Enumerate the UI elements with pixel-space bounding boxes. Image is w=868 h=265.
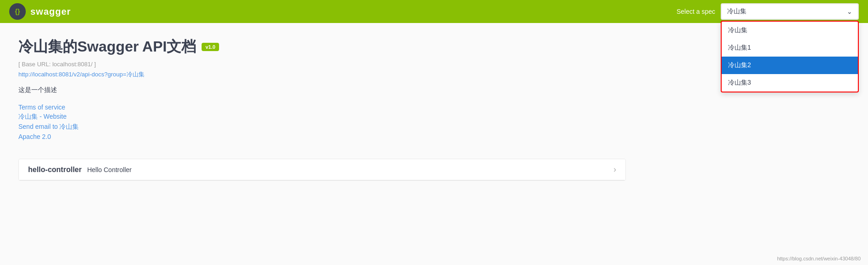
spec-selector-area: Select a spec 冷山集 ⌄ 冷山集 冷山集1 冷山集2 冷山集3 — [677, 3, 859, 20]
controller-description: Hello Controller — [87, 166, 131, 173]
app-name: swagger — [30, 6, 71, 17]
spec-option-1[interactable]: 冷山集1 — [722, 39, 858, 57]
controller-header[interactable]: hello-controller Hello Controller › — [19, 159, 625, 180]
app-header: {} swagger Select a spec 冷山集 ⌄ 冷山集 冷山集1 … — [0, 0, 868, 23]
spec-option-0[interactable]: 冷山集 — [722, 22, 858, 39]
links-area: Terms of service 冷山集 - Website Send emai… — [18, 104, 626, 140]
api-docs-link[interactable]: http://localhost:8081/v2/api-docs?group=… — [18, 70, 626, 79]
version-badge: v1.0 — [202, 43, 219, 51]
spec-option-2[interactable]: 冷山集2 — [722, 57, 858, 74]
main-content: 冷山集的Swagger API文档 v1.0 [ Base URL: local… — [0, 23, 644, 195]
api-title: 冷山集的Swagger API文档 — [18, 37, 196, 57]
spec-option-3[interactable]: 冷山集3 — [722, 74, 858, 92]
swagger-icon: {} — [9, 3, 26, 20]
controller-left: hello-controller Hello Controller — [28, 166, 132, 174]
email-link[interactable]: Send email to 冷山集 — [18, 123, 626, 131]
header-logo: {} swagger — [9, 3, 71, 20]
terms-of-service-link[interactable]: Terms of service — [18, 104, 626, 111]
api-title-area: 冷山集的Swagger API文档 v1.0 — [18, 37, 626, 57]
api-description: 这是一个描述 — [18, 86, 626, 94]
spec-dropdown: 冷山集 冷山集1 冷山集2 冷山集3 — [721, 21, 859, 92]
website-link[interactable]: 冷山集 - Website — [18, 113, 626, 121]
base-url: [ Base URL: localhost:8081/ ] — [18, 61, 626, 68]
chevron-down-icon: ⌄ — [847, 8, 852, 15]
spec-select-display[interactable]: 冷山集 ⌄ — [721, 3, 859, 20]
spec-label: Select a spec — [677, 8, 715, 15]
expand-arrow-icon: › — [613, 165, 616, 174]
controller-name: hello-controller — [28, 166, 81, 174]
spec-select-wrapper: 冷山集 ⌄ 冷山集 冷山集1 冷山集2 冷山集3 — [721, 3, 859, 20]
spec-current-value: 冷山集 — [727, 7, 746, 16]
license-link[interactable]: Apache 2.0 — [18, 133, 626, 140]
controller-section: hello-controller Hello Controller › — [18, 159, 626, 181]
